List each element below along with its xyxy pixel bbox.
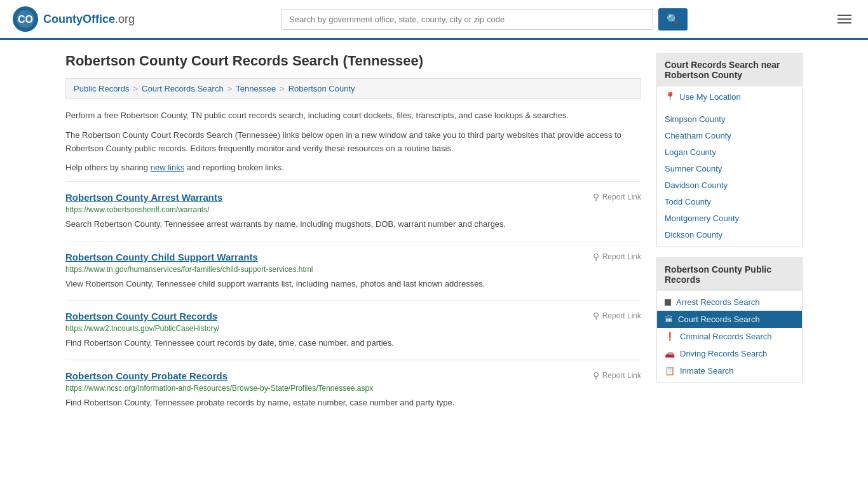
pub-record-item: Arrest Records Search xyxy=(657,294,802,311)
nearby-counties-list: Simpson CountyCheatham CountyLogan Count… xyxy=(657,107,802,247)
result-header: Robertson County Court Records ⚲ Report … xyxy=(65,311,641,322)
breadcrumb-court-records-search[interactable]: Court Records Search xyxy=(142,84,224,93)
rec-icon: 🚗 xyxy=(665,349,675,358)
nearby-county-link[interactable]: Todd County xyxy=(665,197,711,207)
pub-record-item: ❗ Criminal Records Search xyxy=(657,328,802,345)
nearby-county-link[interactable]: Davidson County xyxy=(665,180,728,190)
nearby-county-item: Cheatham County xyxy=(657,127,802,144)
pub-record-link[interactable]: Driving Records Search xyxy=(680,349,767,358)
desc-para-1: Perform a free Robertson County, TN publ… xyxy=(65,109,641,123)
result-item: Robertson County Child Support Warrants … xyxy=(65,241,641,301)
breadcrumb-robertson-county[interactable]: Robertson County xyxy=(288,84,355,93)
nearby-county-link[interactable]: Logan County xyxy=(665,147,716,157)
svg-text:CO: CO xyxy=(18,14,33,25)
nearby-county-item: Sumner County xyxy=(657,160,802,177)
nearby-county-link[interactable]: Sumner County xyxy=(665,164,722,173)
logo-text: CountyOffice.org xyxy=(43,13,135,26)
use-location: 📍 Use My Location xyxy=(657,86,802,107)
pin-icon: 📍 xyxy=(665,92,675,102)
pub-record-item: 🚗 Driving Records Search xyxy=(657,345,802,362)
new-links[interactable]: new links xyxy=(151,163,184,172)
report-link[interactable]: ⚲ Report Link xyxy=(593,311,641,321)
nearby-county-item: Todd County xyxy=(657,193,802,210)
results-list: Robertson County Arrest Warrants ⚲ Repor… xyxy=(65,181,641,419)
nearby-county-link[interactable]: Dickson County xyxy=(665,230,722,240)
desc-para-3: Help others by sharing new links and rep… xyxy=(65,161,641,175)
hamburger-menu-button[interactable] xyxy=(834,11,855,27)
logo-area: CO CountyOffice.org xyxy=(13,6,135,32)
use-location-link[interactable]: Use My Location xyxy=(679,92,741,102)
result-item: Robertson County Arrest Warrants ⚲ Repor… xyxy=(65,181,641,241)
search-icon: 🔍 xyxy=(667,14,679,25)
report-link[interactable]: ⚲ Report Link xyxy=(593,370,641,381)
nearby-county-item: Simpson County xyxy=(657,111,802,127)
nearby-county-item: Dickson County xyxy=(657,226,802,243)
result-title[interactable]: Robertson County Arrest Warrants xyxy=(65,192,222,203)
result-desc: View Robertson County, Tennessee child s… xyxy=(65,278,641,290)
nearby-county-link[interactable]: Montgomery County xyxy=(665,214,739,223)
result-url[interactable]: https://www.tn.gov/humanservices/for-fam… xyxy=(65,265,641,274)
report-link-icon: ⚲ xyxy=(593,311,599,321)
logo-county-office: CountyOffice xyxy=(43,13,115,25)
pub-record-link[interactable]: Court Records Search xyxy=(678,315,760,324)
breadcrumb-sep-2: > xyxy=(227,84,233,93)
pub-record-item: 📋 Inmate Search xyxy=(657,362,802,379)
pub-record-item: 🏛 Court Records Search xyxy=(657,311,802,328)
result-desc: Search Robertson County, Tennessee arres… xyxy=(65,218,641,231)
result-header: Robertson County Child Support Warrants … xyxy=(65,252,641,262)
report-link[interactable]: ⚲ Report Link xyxy=(593,252,641,262)
search-input[interactable] xyxy=(281,9,653,30)
pub-record-link[interactable]: Criminal Records Search xyxy=(680,332,772,341)
breadcrumb-public-records[interactable]: Public Records xyxy=(74,84,129,93)
report-link-icon: ⚲ xyxy=(593,252,599,262)
nearby-county-link[interactable]: Simpson County xyxy=(665,114,725,124)
rec-icon: 📋 xyxy=(665,366,675,376)
public-records-section: Robertson County Public Records Arrest R… xyxy=(656,257,803,383)
rec-icon: 🏛 xyxy=(665,315,673,324)
result-title[interactable]: Robertson County Child Support Warrants xyxy=(65,252,258,262)
search-area: 🔍 xyxy=(281,8,688,30)
main-container: Robertson County Court Records Search (T… xyxy=(53,40,815,431)
result-header: Robertson County Arrest Warrants ⚲ Repor… xyxy=(65,192,641,203)
content-area: Robertson County Court Records Search (T… xyxy=(65,53,641,419)
result-item: Robertson County Probate Records ⚲ Repor… xyxy=(65,360,641,419)
desc-suffix: and reporting broken links. xyxy=(184,163,284,172)
pub-record-link[interactable]: Arrest Records Search xyxy=(676,297,760,307)
result-url[interactable]: https://www.ncsc.org/Information-and-Res… xyxy=(65,384,641,393)
description-area: Perform a free Robertson County, TN publ… xyxy=(65,109,641,175)
result-item: Robertson County Court Records ⚲ Report … xyxy=(65,300,641,360)
result-title[interactable]: Robertson County Probate Records xyxy=(65,370,227,381)
menu-bar-3 xyxy=(837,22,851,24)
public-records-header: Robertson County Public Records xyxy=(657,258,802,291)
result-header: Robertson County Probate Records ⚲ Repor… xyxy=(65,370,641,381)
page-header: CO CountyOffice.org 🔍 xyxy=(0,0,868,40)
breadcrumb-sep-1: > xyxy=(133,84,138,93)
report-link-icon: ⚲ xyxy=(593,370,599,381)
logo-suffix: .org xyxy=(115,13,135,25)
desc-para-2: The Robertson County Court Records Searc… xyxy=(65,129,641,156)
logo-icon: CO xyxy=(13,6,38,32)
nearby-header: Court Records Search near Robertson Coun… xyxy=(657,53,802,86)
rec-icon xyxy=(665,299,671,306)
nearby-county-link[interactable]: Cheatham County xyxy=(665,131,731,140)
pub-record-link[interactable]: Inmate Search xyxy=(680,366,734,376)
breadcrumb: Public Records > Court Records Search > … xyxy=(65,78,641,99)
result-desc: Find Robertson County, Tennessee court r… xyxy=(65,337,641,349)
menu-bar-2 xyxy=(837,18,851,20)
rec-icon: ❗ xyxy=(665,332,675,341)
report-link[interactable]: ⚲ Report Link xyxy=(593,192,641,202)
nearby-county-item: Montgomery County xyxy=(657,210,802,226)
nearby-section: Court Records Search near Robertson Coun… xyxy=(656,53,803,247)
nearby-county-item: Davidson County xyxy=(657,177,802,193)
sidebar: Court Records Search near Robertson Coun… xyxy=(656,53,803,419)
result-url[interactable]: https://www.robertsonsheriff.com/warrant… xyxy=(65,205,641,214)
public-records-list: Arrest Records Search🏛 Court Records Sea… xyxy=(657,291,802,382)
report-link-icon: ⚲ xyxy=(593,192,599,202)
menu-bar-1 xyxy=(837,15,851,16)
breadcrumb-sep-3: > xyxy=(280,84,285,93)
result-url[interactable]: https://www2.tncourts.gov/PublicCaseHist… xyxy=(65,324,641,333)
page-title: Robertson County Court Records Search (T… xyxy=(65,53,641,69)
result-title[interactable]: Robertson County Court Records xyxy=(65,311,217,322)
search-button[interactable]: 🔍 xyxy=(658,8,688,30)
breadcrumb-tennessee[interactable]: Tennessee xyxy=(236,84,276,93)
